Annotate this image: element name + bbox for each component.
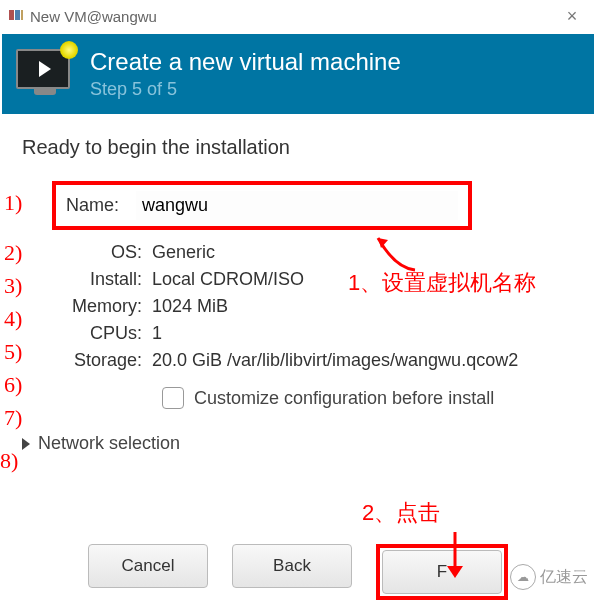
close-icon[interactable]: × [556, 6, 588, 27]
install-label: Install: [22, 269, 152, 290]
os-label: OS: [22, 242, 152, 263]
annotation-num-5: 5) [4, 339, 22, 365]
svg-rect-2 [21, 10, 23, 20]
cpus-label: CPUs: [22, 323, 152, 344]
chevron-right-icon [22, 438, 30, 450]
cancel-button[interactable]: Cancel [88, 544, 208, 588]
customize-row[interactable]: Customize configuration before install [162, 387, 574, 409]
banner: Create a new virtual machine Step 5 of 5 [2, 34, 594, 114]
storage-value: 20.0 GiB /var/lib/libvirt/images/wangwu.… [152, 350, 518, 371]
svg-rect-1 [15, 10, 20, 20]
customize-checkbox[interactable] [162, 387, 184, 409]
annotation-num-7: 7) [4, 405, 22, 431]
network-expander[interactable]: Network selection [22, 433, 574, 454]
window-title: New VM@wangwu [30, 8, 556, 25]
customize-label: Customize configuration before install [194, 388, 494, 409]
back-button[interactable]: Back [232, 544, 352, 588]
annotation-num-8: 8) [0, 448, 18, 474]
install-value: Local CDROM/ISO [152, 269, 304, 290]
name-input[interactable] [136, 191, 458, 220]
finish-button[interactable]: F [382, 550, 502, 594]
annotation-num-2: 2) [4, 240, 22, 266]
titlebar: New VM@wangwu × [0, 0, 596, 32]
svg-rect-0 [9, 10, 14, 20]
button-bar: Cancel Back F [0, 544, 596, 600]
storage-label: Storage: [22, 350, 152, 371]
banner-text: Create a new virtual machine Step 5 of 5 [90, 48, 401, 100]
annotation-num-3: 3) [4, 273, 22, 299]
network-label: Network selection [38, 433, 180, 454]
annotation-num-6: 6) [4, 372, 22, 398]
annotation-num-4: 4) [4, 306, 22, 332]
annotation-num-1: 1) [4, 190, 22, 216]
name-label: Name: [66, 195, 136, 216]
banner-step: Step 5 of 5 [90, 79, 401, 100]
window-icon [8, 8, 24, 24]
vm-icon [16, 49, 74, 99]
annotation-text-2: 2、点击 [362, 498, 440, 528]
memory-value: 1024 MiB [152, 296, 228, 317]
memory-label: Memory: [22, 296, 152, 317]
ready-heading: Ready to begin the installation [22, 136, 574, 159]
cpus-value: 1 [152, 323, 162, 344]
name-row: Name: [52, 181, 472, 230]
annotation-text-1: 1、设置虚拟机名称 [348, 268, 536, 298]
os-value: Generic [152, 242, 215, 263]
banner-title: Create a new virtual machine [90, 48, 401, 76]
